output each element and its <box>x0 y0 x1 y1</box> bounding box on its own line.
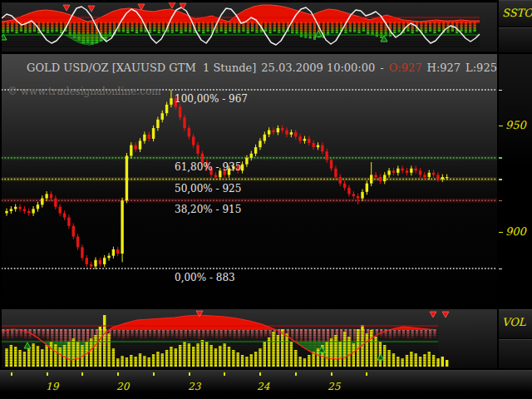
copyright-watermark: © www.tradesignalonline.com <box>7 86 161 97</box>
time-tick <box>224 372 225 376</box>
time-axis-label: 19 <box>46 381 58 392</box>
time-tick <box>11 372 12 376</box>
time-axis-label: 20 <box>116 381 129 392</box>
title-separator: - <box>380 62 383 74</box>
fib-level-tick <box>499 268 502 270</box>
time-axis-label: 25 <box>328 381 340 392</box>
time-tick <box>153 372 155 376</box>
volume-plot[interactable] <box>2 309 497 368</box>
ssto-plot[interactable] <box>2 2 497 52</box>
fib-level-tick <box>499 157 502 159</box>
time-axis-label: 24 <box>257 381 269 392</box>
open-value: O:927 <box>389 62 422 74</box>
time-tick <box>259 372 261 376</box>
price-axis-label: 900 <box>505 225 526 238</box>
fib-level-tick <box>499 90 502 91</box>
time-tick <box>366 372 367 376</box>
volume-panel[interactable] <box>2 309 497 368</box>
vol-indicator-label: VOL <box>502 316 525 328</box>
high-value: H:927 <box>427 62 461 74</box>
time-tick <box>331 372 332 376</box>
price-axis[interactable]: 950900 <box>499 54 532 306</box>
time-axis[interactable]: 1920232425 <box>0 370 532 399</box>
price-tick <box>499 126 503 127</box>
chart-title: GOLD USD/OZ [XAUUSD GTM 1 Stunde]25.03.2… <box>27 62 532 74</box>
time-tick <box>189 372 190 376</box>
low-value: L:925 <box>466 62 497 74</box>
time-tick <box>295 372 297 376</box>
price-axis-label: 950 <box>505 119 526 131</box>
price-tick <box>499 232 503 234</box>
time-tick <box>47 372 48 376</box>
chart-window: GOLD USD/OZ [XAUUSD GTM 1 Stunde]25.03.2… <box>0 0 532 399</box>
fib-level-tick <box>499 200 502 202</box>
time-axis-label: 23 <box>188 381 200 392</box>
ssto-indicator-label: SSTO <box>502 7 532 19</box>
vol-axis-box <box>499 339 532 368</box>
bar-timestamp: 25.03.2009 10:00:00 <box>261 62 375 74</box>
ssto-panel[interactable] <box>2 2 497 52</box>
ssto-indicator-tab[interactable]: SSTO <box>499 0 532 27</box>
ssto-axis-box <box>499 27 532 52</box>
time-tick <box>81 372 83 376</box>
time-tick <box>117 372 119 376</box>
main-chart-panel[interactable]: GOLD USD/OZ [XAUUSD GTM 1 Stunde]25.03.2… <box>2 54 497 306</box>
fib-level-tick <box>499 179 502 180</box>
instrument-label: GOLD USD/OZ [XAUUSD GTM 1 Stunde] <box>27 62 256 74</box>
vol-indicator-tab[interactable]: VOL <box>499 309 532 338</box>
